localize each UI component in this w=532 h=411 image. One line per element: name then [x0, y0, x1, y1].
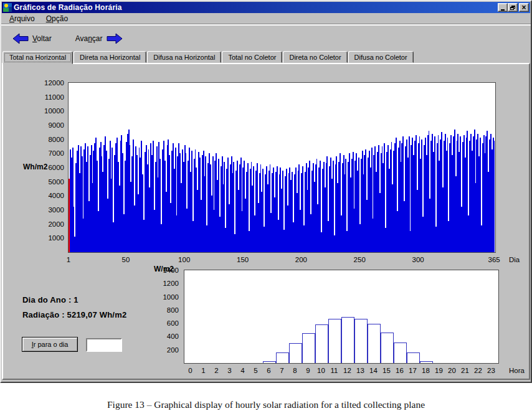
titlebar[interactable]: Gráficos de Radiação Horária ×	[2, 2, 530, 13]
y-tick-label: 7000	[48, 149, 64, 157]
minimize-button[interactable]	[498, 3, 508, 12]
hourly-bar	[394, 342, 407, 363]
x-tick-label: 8	[293, 367, 297, 374]
app-icon	[3, 3, 12, 12]
x-tick-label: 9	[306, 367, 310, 374]
hourly-bar	[328, 319, 341, 363]
close-icon: ×	[521, 4, 526, 11]
x-tick-label: 300	[412, 256, 424, 263]
x-tick-label: 15	[382, 367, 391, 374]
minimize-icon	[501, 9, 505, 11]
tab-page: 1000200030004000500060007000800090001000…	[2, 63, 530, 380]
day-of-year-label: Dia do Ano : 1	[22, 295, 78, 305]
x-tick-label: 16	[396, 367, 404, 374]
hourly-bar	[341, 317, 354, 364]
x-tick-label: 14	[369, 367, 378, 374]
tab-strip: Total na Horizontal Direta na Horizontal…	[1, 52, 531, 63]
x-tick-label: 10	[317, 367, 325, 374]
x-tick-label: 21	[461, 367, 469, 374]
hourly-bar	[302, 333, 315, 363]
y-tick-label: 10000	[44, 107, 64, 115]
x-tick-label: 3	[227, 367, 231, 374]
hourly-bar	[289, 343, 302, 363]
restore-icon	[510, 6, 515, 10]
menu-opcao[interactable]: Opção	[41, 13, 73, 25]
x-tick-label: 5	[254, 367, 257, 374]
x-tick-label: 18	[422, 367, 430, 374]
daily-chart-x-axis: 150100150200250300365	[68, 256, 496, 265]
y-tick-label: 1200	[163, 280, 179, 287]
y-tick-label: 12000	[44, 79, 64, 87]
hourly-chart-x-axis: 01234567891011121314151617181920212223	[184, 367, 499, 376]
y-tick-label: 6000	[48, 164, 64, 171]
y-tick-label: 5000	[48, 178, 64, 186]
go-to-day-input[interactable]	[86, 338, 122, 352]
y-tick-label: 400	[167, 333, 179, 340]
back-button-label[interactable]: Voltar	[29, 34, 55, 43]
hourly-bar	[407, 352, 420, 363]
back-arrow-icon[interactable]	[12, 33, 29, 44]
y-tick-label: 1000	[163, 293, 179, 301]
tab-total-na-horizontal[interactable]: Total na Horizontal	[2, 51, 73, 64]
x-tick-label: 150	[237, 256, 249, 263]
x-tick-label: 1	[201, 367, 205, 374]
x-tick-label: 23	[487, 367, 495, 374]
y-tick-label: 8000	[48, 136, 64, 143]
y-tick-label: 11000	[45, 93, 64, 101]
x-tick-label: 13	[356, 367, 364, 374]
y-tick-label: 600	[167, 319, 179, 327]
x-tick-label: 365	[488, 256, 500, 263]
hourly-bar	[368, 324, 381, 363]
forward-button-label[interactable]: Avançar	[72, 34, 107, 43]
window-controls: ×	[498, 3, 529, 12]
nav-toolbar: Voltar Avançar	[1, 26, 531, 52]
x-tick-label: 200	[295, 256, 307, 263]
menu-arquivo[interactable]: Arquivo	[4, 13, 40, 25]
x-tick-label: 17	[409, 367, 417, 374]
hourly-bar	[315, 324, 328, 363]
y-tick-label: 1000	[48, 234, 64, 242]
x-tick-label: 19	[435, 367, 443, 374]
y-tick-label: 800	[167, 306, 179, 314]
tab-difusa-na-horizontal[interactable]: Difusa na Horizontal	[147, 51, 221, 63]
hourly-bar	[420, 361, 433, 363]
daily-chart-x-unit: Dia	[509, 256, 520, 263]
hourly-chart-y-unit: W/m2	[154, 265, 174, 273]
figure-caption: Figure 13 – Graphical display of hourly …	[0, 399, 532, 410]
hourly-bar	[263, 361, 276, 363]
y-tick-label: 4000	[48, 192, 64, 199]
x-tick-label: 6	[267, 367, 270, 374]
go-to-day-button[interactable]: Ir para o dia	[22, 337, 78, 352]
daily-radiation-chart[interactable]	[68, 82, 496, 253]
radiation-value-label: Radiação : 5219,07 Wh/m2	[22, 310, 126, 319]
x-tick-label: 250	[354, 256, 366, 263]
x-tick-label: 20	[448, 367, 456, 374]
tab-total-no-coletor[interactable]: Total no Coletor	[222, 51, 282, 63]
restore-button[interactable]	[508, 3, 518, 12]
window-title: Gráficos de Radiação Horária	[14, 3, 496, 12]
app-window: Gráficos de Radiação Horária × Arquivo O…	[0, 0, 532, 383]
x-tick-label: 4	[240, 367, 244, 374]
tab-difusa-no-coletor[interactable]: Difusa no Coletor	[348, 51, 414, 63]
hourly-radiation-chart	[184, 270, 499, 364]
forward-arrow-icon[interactable]	[107, 33, 123, 44]
close-button[interactable]: ×	[519, 3, 529, 12]
y-tick-label: 2000	[48, 220, 64, 228]
tab-direta-na-horizontal[interactable]: Direta na Horizontal	[74, 51, 146, 63]
tab-direta-no-coletor[interactable]: Direta no Coletor	[283, 51, 347, 63]
y-tick-label: 3000	[48, 206, 64, 214]
hourly-bar	[354, 319, 368, 363]
daily-chart-y-unit: Wh/m2	[23, 163, 47, 171]
screenshot-stage: Gráficos de Radiação Horária × Arquivo O…	[0, 0, 532, 411]
x-tick-label: 22	[474, 367, 482, 374]
x-tick-label: 12	[343, 367, 351, 374]
x-tick-label: 1	[67, 256, 70, 263]
x-tick-label: 7	[280, 367, 283, 374]
hourly-chart-y-axis: 200400600800100012001400	[145, 270, 179, 363]
x-tick-label: 2	[214, 367, 218, 374]
x-tick-label: 0	[188, 367, 192, 374]
x-tick-label: 100	[178, 256, 190, 263]
hourly-chart-x-unit: Hora	[509, 367, 525, 374]
y-tick-label: 200	[167, 346, 179, 354]
x-tick-label: 50	[121, 256, 130, 263]
